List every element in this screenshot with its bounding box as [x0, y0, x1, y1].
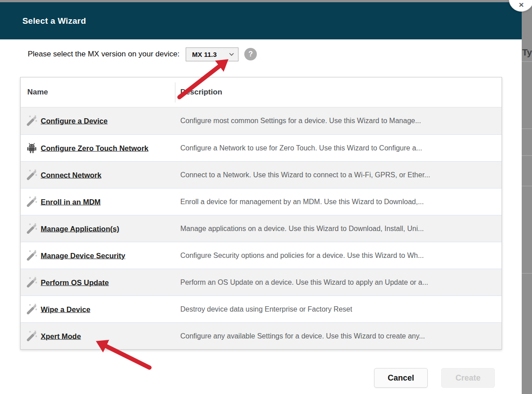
wizard-name-link[interactable]: Wipe a Device — [41, 305, 90, 313]
wizard-table: Name Description — [20, 77, 502, 350]
column-divider — [175, 82, 175, 103]
dialog-title: Select a Wizard — [22, 16, 86, 26]
background-table-line — [522, 61, 532, 62]
table-row: Xpert Mode Configure any available Setti… — [21, 322, 502, 349]
android-icon — [26, 142, 38, 154]
background-table-line — [522, 155, 532, 156]
table-row: Configure Zero Touch Network Configure a… — [21, 134, 502, 161]
wizard-description: Configure any available Settings for a d… — [180, 332, 425, 340]
mx-version-row: Please select the MX version on your dev… — [28, 47, 257, 61]
wizard-description: Configure a Network to use for Zero Touc… — [180, 144, 422, 152]
wizard-description: Manage applications on a device. Use thi… — [180, 225, 424, 233]
wizard-name-link[interactable]: Enroll in an MDM — [41, 197, 101, 206]
wizard-description: Destroy device data using Enterprise or … — [180, 305, 352, 313]
wand-icon — [26, 169, 38, 181]
mx-version-prompt: Please select the MX version on your dev… — [28, 50, 179, 59]
wizard-name-link[interactable]: Perform OS Update — [41, 278, 109, 287]
wizard-name-link[interactable]: Configure Zero Touch Network — [41, 144, 149, 152]
wizard-name-link[interactable]: Xpert Mode — [41, 332, 81, 340]
wizard-name-link[interactable]: Configure a Device — [41, 117, 107, 125]
wand-icon — [26, 115, 38, 127]
cancel-button[interactable]: Cancel — [374, 368, 428, 388]
column-header-name: Name — [27, 88, 48, 97]
help-icon[interactable]: ? — [244, 48, 257, 60]
wizard-name-link[interactable]: Manage Device Security — [41, 251, 125, 260]
wand-icon — [26, 250, 38, 261]
wizard-description: Configure most common Settings for a dev… — [180, 117, 421, 125]
chevron-down-icon — [229, 53, 234, 56]
background-column-header: Typ — [522, 47, 532, 58]
background-table-line — [522, 128, 532, 129]
wizard-description: Connect to a Network. Use this Wizard to… — [180, 171, 430, 179]
select-wizard-dialog: Select a Wizard Please select the MX ver… — [0, 2, 522, 394]
wizard-name-link[interactable]: Connect Network — [41, 171, 102, 179]
mx-version-selected-value: MX 11.3 — [192, 51, 229, 58]
background-table-line — [522, 186, 532, 186]
wand-icon — [26, 304, 38, 315]
create-button-disabled: Create — [441, 368, 495, 388]
wizard-name-link[interactable]: Manage Application(s) — [41, 224, 119, 233]
table-row: Wipe a Device Destroy device data using … — [21, 296, 502, 322]
table-row: Manage Application(s) Manage application… — [21, 215, 502, 242]
table-row: Perform OS Update Perform an OS Update o… — [21, 269, 502, 296]
table-row: Manage Device Security Configure Securit… — [21, 242, 502, 269]
table-row: Configure a Device Configure most common… — [21, 107, 502, 134]
page-overlay-right: Typ — [522, 0, 532, 394]
close-icon: × — [519, 0, 523, 9]
wizard-description: Enroll a device for management by an MDM… — [180, 198, 424, 206]
wizard-description: Perform an OS Update on a device. Use th… — [180, 278, 428, 287]
wand-icon — [26, 196, 38, 208]
wizard-description: Configure Security options and policies … — [180, 252, 424, 260]
mx-version-select[interactable]: MX 11.3 — [186, 47, 238, 61]
wand-icon — [26, 223, 38, 235]
dialog-header: Select a Wizard — [0, 2, 522, 39]
wizard-table-header: Name Description — [21, 77, 502, 107]
wizard-table-body: Configure a Device Configure most common… — [21, 107, 502, 349]
table-row: Enroll in an MDM Enroll a device for man… — [21, 188, 502, 215]
table-row: Connect Network Connect to a Network. Us… — [21, 161, 502, 188]
wand-icon — [26, 330, 38, 342]
column-header-description: Description — [180, 88, 222, 97]
wand-icon — [26, 277, 38, 288]
background-table-line — [522, 273, 532, 274]
